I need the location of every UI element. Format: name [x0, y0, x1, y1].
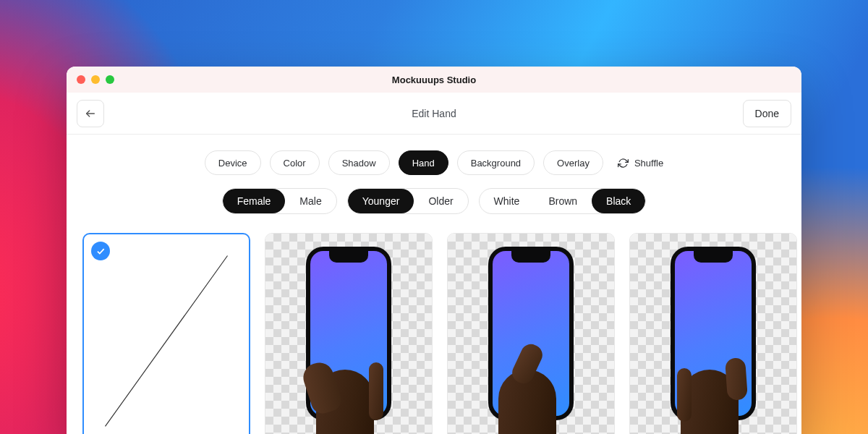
close-window-button[interactable] [77, 75, 85, 84]
filter-option-younger[interactable]: Younger [348, 189, 414, 213]
phone-screen [310, 251, 387, 416]
shuffle-icon [618, 158, 629, 169]
app-window: Mockuuups Studio Edit Hand Done DeviceCo… [67, 67, 801, 434]
svg-line-1 [105, 255, 227, 426]
filter-group-0: FemaleMale [222, 188, 337, 214]
filter-option-male[interactable]: Male [285, 189, 336, 213]
filter-option-brown[interactable]: Brown [534, 189, 592, 213]
minimize-window-button[interactable] [91, 75, 100, 84]
shuffle-label: Shuffle [634, 158, 663, 169]
none-diagonal-icon [84, 234, 249, 434]
page-subtitle: Edit Hand [67, 108, 801, 119]
phone-notch [511, 251, 550, 263]
category-tab-device[interactable]: Device [205, 150, 261, 175]
mockup-option-1[interactable] [265, 233, 433, 434]
toolbar: Edit Hand Done [67, 93, 801, 135]
done-button[interactable]: Done [743, 100, 791, 127]
mockup-gallery [67, 214, 801, 434]
window-title: Mockuuups Studio [67, 75, 801, 85]
filter-group-1: YoungerOlder [347, 188, 469, 214]
phone-device [488, 247, 574, 420]
filter-option-black[interactable]: Black [592, 189, 645, 213]
arrow-left-icon [85, 108, 96, 119]
filter-option-female[interactable]: Female [223, 189, 286, 213]
mockup-option-none[interactable] [82, 233, 250, 434]
selected-check-icon [91, 242, 110, 260]
category-tab-background[interactable]: Background [457, 150, 535, 175]
filter-option-white[interactable]: White [480, 189, 535, 213]
phone-notch [329, 251, 368, 263]
maximize-window-button[interactable] [106, 75, 114, 84]
phone-screen [675, 251, 752, 416]
shuffle-button[interactable]: Shuffle [618, 158, 663, 169]
category-tab-overlay[interactable]: Overlay [543, 150, 603, 175]
phone-screen [493, 251, 569, 416]
phone-device [306, 247, 391, 420]
window-titlebar: Mockuuups Studio [67, 67, 801, 93]
filter-groups: FemaleMaleYoungerOlderWhiteBrownBlack [67, 188, 801, 214]
done-button-label: Done [755, 108, 779, 119]
mockup-option-2[interactable] [447, 233, 615, 434]
category-tabs: DeviceColorShadowHandBackgroundOverlaySh… [67, 150, 801, 175]
content-area: DeviceColorShadowHandBackgroundOverlaySh… [67, 135, 801, 434]
back-button[interactable] [77, 100, 104, 127]
traffic-lights [77, 75, 114, 84]
phone-notch [694, 251, 733, 263]
filter-group-2: WhiteBrownBlack [479, 188, 647, 214]
mockup-option-3[interactable] [629, 233, 797, 434]
category-tab-hand[interactable]: Hand [399, 150, 448, 175]
category-tab-shadow[interactable]: Shadow [328, 150, 390, 175]
category-tab-color[interactable]: Color [270, 150, 320, 175]
filter-option-older[interactable]: Older [414, 189, 467, 213]
phone-device [671, 247, 756, 420]
